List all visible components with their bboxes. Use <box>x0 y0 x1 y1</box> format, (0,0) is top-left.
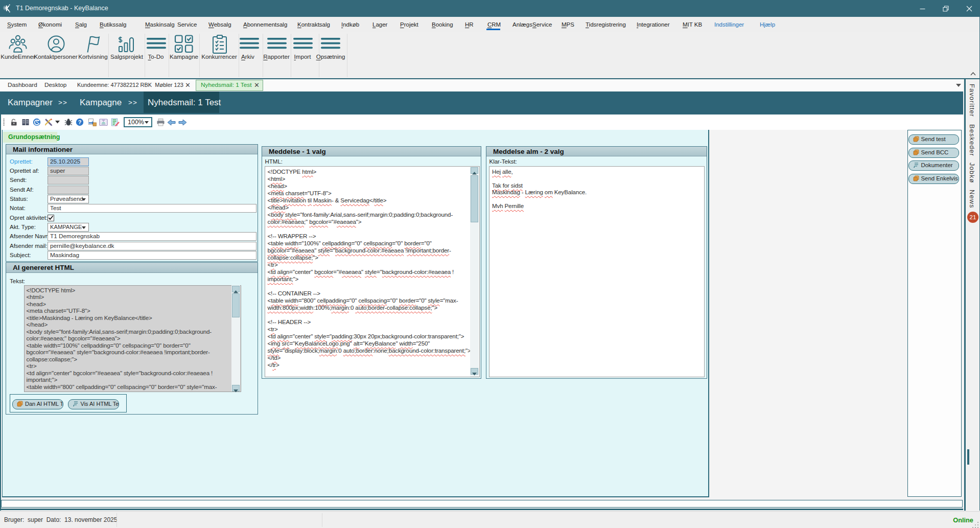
svg-text:?: ? <box>78 119 82 125</box>
